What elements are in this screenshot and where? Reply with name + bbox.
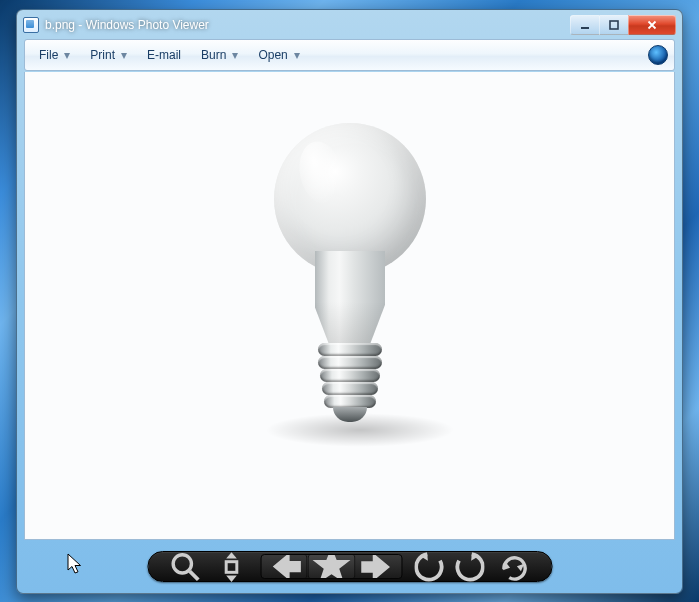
app-icon — [23, 17, 39, 33]
delete-icon — [497, 550, 531, 584]
rotate-left-button[interactable] — [415, 554, 449, 579]
window-title: b.png - Windows Photo Viewer — [45, 18, 209, 32]
nav-group — [261, 554, 403, 579]
menu-email[interactable]: E-mail — [139, 43, 189, 67]
previous-image-icon — [262, 554, 307, 579]
displayed-image — [230, 103, 470, 463]
minimize-button[interactable] — [570, 15, 600, 35]
svg-rect-0 — [581, 27, 589, 29]
chevron-down-icon: ▾ — [232, 48, 238, 62]
menu-email-label: E-mail — [147, 48, 181, 62]
image-viewport[interactable] — [24, 72, 675, 540]
window-controls — [570, 15, 676, 35]
navigation-toolbar — [147, 551, 552, 582]
previous-image-button[interactable] — [262, 555, 308, 578]
rotate-counterclockwise-icon — [415, 550, 449, 584]
menu-file-label: File — [39, 48, 58, 62]
help-button[interactable] — [648, 45, 668, 65]
minimize-icon — [579, 19, 591, 31]
chevron-down-icon: ▾ — [294, 48, 300, 62]
svg-point-2 — [173, 554, 191, 572]
menu-print[interactable]: Print ▾ — [82, 43, 135, 67]
zoom-button[interactable] — [169, 554, 203, 579]
close-button[interactable] — [628, 15, 676, 35]
svg-rect-1 — [610, 21, 618, 29]
menu-print-label: Print — [90, 48, 115, 62]
next-image-button[interactable] — [356, 555, 402, 578]
rotate-clockwise-icon — [451, 550, 485, 584]
slideshow-icon — [309, 554, 355, 579]
chevron-down-icon: ▾ — [121, 48, 127, 62]
fit-to-screen-button[interactable] — [215, 554, 249, 579]
maximize-icon — [608, 19, 620, 31]
menu-burn[interactable]: Burn ▾ — [193, 43, 246, 67]
magnifier-icon — [169, 550, 203, 584]
menu-burn-label: Burn — [201, 48, 226, 62]
svg-rect-3 — [226, 561, 237, 572]
menu-file[interactable]: File ▾ — [31, 43, 78, 67]
bottom-bar — [17, 540, 682, 593]
titlebar[interactable]: b.png - Windows Photo Viewer — [17, 10, 682, 39]
window: b.png - Windows Photo Viewer File ▾ Prin… — [16, 9, 683, 594]
slideshow-button[interactable] — [308, 555, 356, 578]
next-image-icon — [356, 554, 402, 579]
menu-open-label: Open — [258, 48, 287, 62]
fit-to-screen-icon — [215, 550, 249, 584]
menu-open[interactable]: Open ▾ — [250, 43, 307, 67]
menubar: File ▾ Print ▾ E-mail Burn ▾ Open ▾ — [24, 39, 675, 71]
chevron-down-icon: ▾ — [64, 48, 70, 62]
close-icon — [646, 19, 658, 31]
delete-button[interactable] — [497, 554, 531, 579]
maximize-button[interactable] — [599, 15, 629, 35]
rotate-right-button[interactable] — [451, 554, 485, 579]
